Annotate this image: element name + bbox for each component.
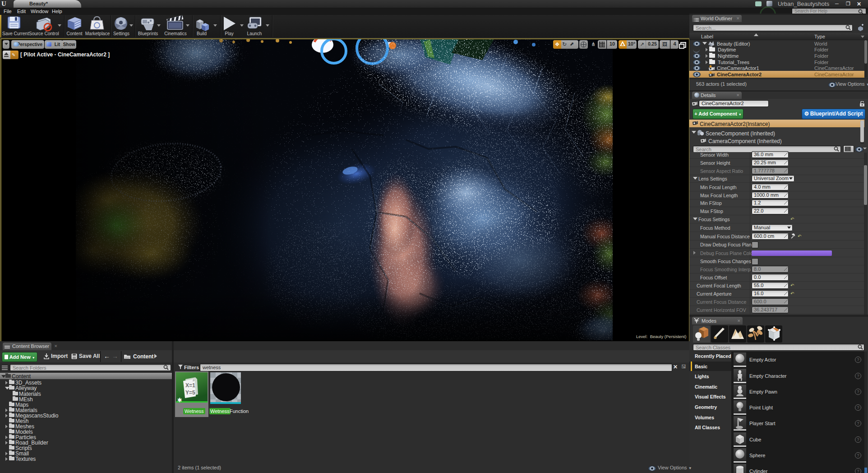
svg-text:X=1: X=1: [185, 382, 195, 389]
svg-text:Y=5: Y=5: [185, 390, 195, 396]
